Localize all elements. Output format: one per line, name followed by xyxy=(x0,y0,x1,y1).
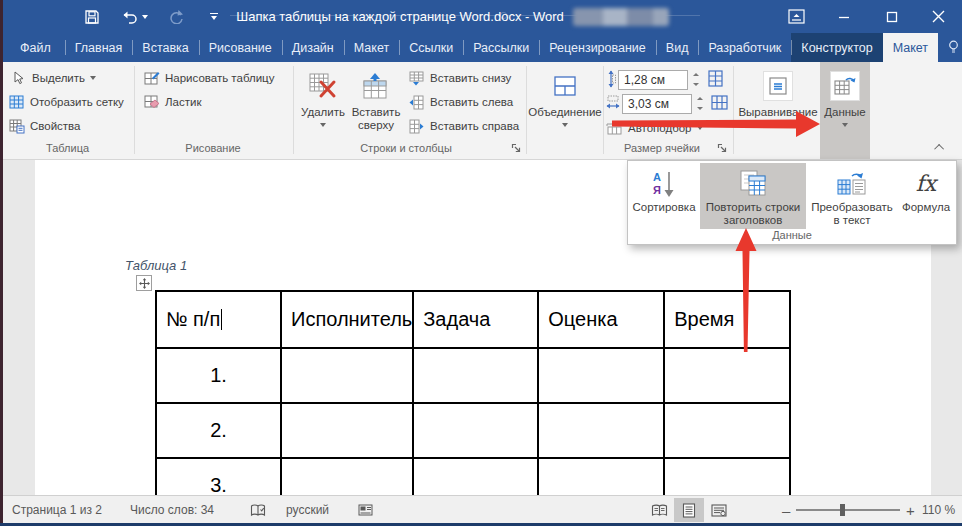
table-properties-button[interactable]: Свойства xyxy=(8,115,81,137)
maximize-button[interactable] xyxy=(872,0,912,33)
insert-right-icon xyxy=(408,118,425,135)
tab-home[interactable]: Главная xyxy=(65,33,133,62)
tab-table-design-contextual[interactable]: Конструктор xyxy=(791,33,882,62)
delete-table-icon xyxy=(309,69,337,103)
table-move-handle[interactable] xyxy=(136,275,152,291)
page-indicator[interactable]: Страница 1 из 2 xyxy=(12,496,102,524)
formula-button[interactable]: fx Формула xyxy=(898,163,954,229)
tab-design[interactable]: Дизайн xyxy=(282,33,344,62)
convert-to-text-icon xyxy=(837,169,867,199)
zoom-in-button[interactable]: + xyxy=(906,496,915,524)
distribute-columns-icon[interactable] xyxy=(711,94,728,113)
header-cell-grade[interactable]: Оценка xyxy=(538,291,664,348)
insert-below-button[interactable]: Вставить снизу xyxy=(408,67,511,89)
distribute-rows-icon[interactable] xyxy=(707,70,724,89)
zoom-slider[interactable] xyxy=(796,496,900,524)
rows-cols-dialog-launcher-icon[interactable] xyxy=(511,143,523,155)
sort-button[interactable]: А Я Сортировка xyxy=(630,163,698,229)
row-height-control: 1,28 см xyxy=(606,69,724,90)
insert-right-button[interactable]: Вставить справа xyxy=(408,115,519,137)
titlebar: Шапка таблицы на каждой странице Word.do… xyxy=(0,0,962,33)
merge-button[interactable]: Объединение xyxy=(530,65,600,151)
tab-layout[interactable]: Макет xyxy=(344,33,399,62)
account-name-blurred xyxy=(573,8,669,26)
undo-icon[interactable] xyxy=(118,5,150,29)
collapse-ribbon-icon[interactable] xyxy=(932,140,948,154)
view-gridlines-button[interactable]: Отобразить сетку xyxy=(8,91,124,113)
svg-text:Я: Я xyxy=(653,184,661,196)
select-button[interactable]: Выделить xyxy=(10,67,96,89)
ribbon-display-options-icon[interactable] xyxy=(776,0,816,33)
read-mode-icon[interactable] xyxy=(644,498,674,522)
repeat-header-rows-button[interactable]: Повторить строкизаголовков xyxy=(700,163,806,229)
insert-left-button[interactable]: Вставить слева xyxy=(408,91,513,113)
ribbon: Выделить Отобразить сетку Свойства Табли… xyxy=(0,62,962,160)
ribbon-tab-bar: Файл Главная Вставка Рисование Дизайн Ма… xyxy=(0,33,962,62)
row-height-steppers[interactable] xyxy=(689,70,702,90)
draw-table-button[interactable]: Нарисовать таблицу xyxy=(143,67,274,89)
save-icon[interactable] xyxy=(80,5,104,29)
tab-table-layout-active[interactable]: Макет xyxy=(883,33,938,62)
cell-size-dialog-launcher-icon[interactable] xyxy=(717,143,729,155)
zoom-level[interactable]: 110 % xyxy=(922,496,955,524)
zoom-out-button[interactable]: – xyxy=(782,496,790,524)
delete-table-button[interactable]: Удалить xyxy=(299,65,347,151)
print-layout-icon[interactable] xyxy=(674,498,704,522)
lightbulb-icon xyxy=(948,40,959,55)
alignment-icon xyxy=(763,71,793,101)
web-layout-icon[interactable] xyxy=(704,498,734,522)
window-title: Шапка таблицы на каждой странице Word.do… xyxy=(180,0,620,33)
header-cell-executor[interactable]: Исполнитель xyxy=(281,291,413,348)
text-cursor xyxy=(221,309,222,330)
proofing-status-icon[interactable] xyxy=(250,496,266,524)
tab-developer[interactable]: Разработчик xyxy=(698,33,791,62)
repeat-header-rows-icon xyxy=(739,169,767,199)
minimize-button[interactable] xyxy=(824,0,864,33)
data-button-pressed[interactable]: Данные xyxy=(820,62,870,159)
tab-insert[interactable]: Вставка xyxy=(132,33,198,62)
tab-file[interactable]: Файл xyxy=(6,33,65,62)
tab-review[interactable]: Рецензирование xyxy=(539,33,656,62)
header-cell-task[interactable]: Задача xyxy=(413,291,538,348)
close-button[interactable] xyxy=(918,0,958,33)
language-indicator[interactable]: русский xyxy=(286,496,329,524)
row-height-input[interactable]: 1,28 см xyxy=(618,70,688,90)
autofit-button[interactable]: Автоподбор xyxy=(606,117,703,139)
data-icon xyxy=(830,71,860,101)
alignment-button[interactable]: Выравнивание xyxy=(737,65,819,151)
column-width-control: 3,03 см xyxy=(606,93,728,114)
column-width-input[interactable]: 3,03 см xyxy=(622,94,692,114)
document-table[interactable]: № п/п Исполнитель Задача Оценка Время 1.… xyxy=(155,290,791,495)
data-dropdown-panel: А Я Сортировка Повторить строкизаголовко… xyxy=(627,160,957,245)
eraser-button[interactable]: Ластик xyxy=(143,91,201,113)
header-cell-time[interactable]: Время xyxy=(664,291,790,348)
zoom-slider-track[interactable] xyxy=(796,509,900,511)
table-row[interactable]: 1. xyxy=(156,348,790,403)
macro-record-icon[interactable] xyxy=(358,496,373,524)
group-label-draw: Рисование xyxy=(143,141,283,155)
convert-to-text-button[interactable]: Преобразоватьв текст xyxy=(808,163,896,229)
word-count[interactable]: Число слов: 34 xyxy=(130,496,214,524)
tab-view[interactable]: Вид xyxy=(656,33,699,62)
table-header-row[interactable]: № п/п Исполнитель Задача Оценка Время xyxy=(156,291,790,348)
column-width-icon xyxy=(606,95,620,113)
insert-below-icon xyxy=(408,70,425,87)
tab-draw[interactable]: Рисование xyxy=(199,33,282,62)
table-caption: Таблица 1 xyxy=(125,258,187,273)
sort-icon: А Я xyxy=(651,169,677,199)
zoom-slider-thumb[interactable] xyxy=(840,504,845,516)
tab-references[interactable]: Ссылки xyxy=(399,33,463,62)
insert-above-button[interactable]: Вставитьсверху xyxy=(350,65,402,151)
table-row[interactable]: 2. xyxy=(156,403,790,458)
column-width-steppers[interactable] xyxy=(693,94,706,114)
tab-mailings[interactable]: Рассылки xyxy=(463,33,539,62)
group-label-rows-cols: Строки и столбцы xyxy=(300,141,512,155)
view-gridlines-icon xyxy=(8,94,25,111)
dropdown-group-label: Данные xyxy=(628,229,956,241)
svg-text:А: А xyxy=(653,171,661,183)
merge-cells-icon xyxy=(554,69,576,103)
insert-left-icon xyxy=(408,94,425,111)
header-cell-number[interactable]: № п/п xyxy=(156,291,281,348)
table-row[interactable]: 3. xyxy=(156,458,790,495)
tell-me-help[interactable]: Помощн xyxy=(940,40,962,55)
